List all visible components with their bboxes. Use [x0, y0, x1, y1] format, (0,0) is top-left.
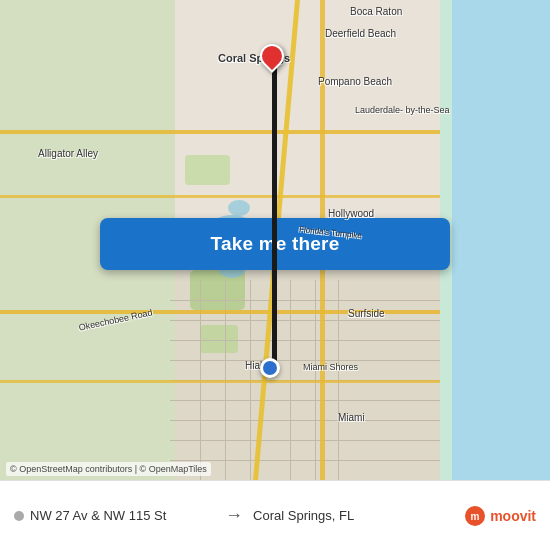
label-pompano-beach: Pompano Beach [318, 76, 392, 87]
moovit-icon: m [464, 505, 486, 527]
label-miami-shores: Miami Shores [303, 362, 358, 372]
map-attribution: © OpenStreetMap contributors | © OpenMap… [6, 462, 211, 476]
from-label: NW 27 Av & NW 115 St [30, 508, 166, 523]
route-from: NW 27 Av & NW 115 St [14, 508, 215, 523]
to-label: Coral Springs, FL [253, 508, 354, 523]
svg-text:m: m [471, 511, 480, 522]
label-lauderdale: Lauderdale- by-the-Sea [355, 105, 450, 115]
label-alligator-alley: Alligator Alley [38, 148, 98, 159]
origin-marker [260, 358, 280, 378]
bottom-bar: NW 27 Av & NW 115 St → Coral Springs, FL… [0, 480, 550, 550]
brand-label: moovit [490, 508, 536, 524]
attribution-text: © OpenStreetMap contributors | © OpenMap… [10, 464, 207, 474]
route-to: Coral Springs, FL [253, 508, 454, 523]
label-deerfield-beach: Deerfield Beach [325, 28, 396, 39]
destination-marker [260, 44, 284, 68]
label-miami: Miami [338, 412, 365, 423]
label-hollywood: Hollywood [328, 208, 374, 219]
label-surfside: Surfside [348, 308, 385, 319]
map-container: Take me there Boca Raton Deerfield Beach… [0, 0, 550, 480]
route-arrow: → [225, 505, 243, 526]
label-boca-raton: Boca Raton [350, 6, 402, 17]
moovit-logo: m moovit [464, 505, 536, 527]
origin-icon [14, 511, 24, 521]
